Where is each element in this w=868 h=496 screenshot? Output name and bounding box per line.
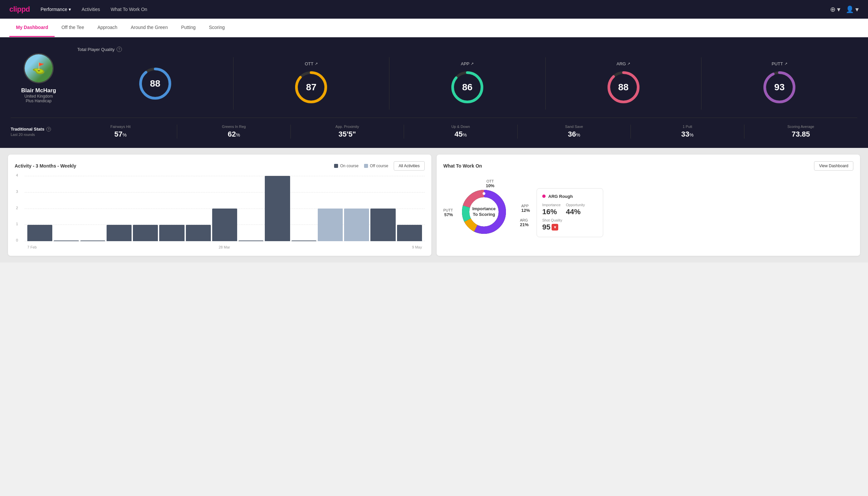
work-on-card-header: What To Work On View Dashboard	[443, 161, 853, 171]
putt-label: PUTT ↗	[772, 61, 787, 66]
putt-label: PUTT 57%	[443, 208, 453, 217]
tab-approach[interactable]: Approach	[91, 19, 124, 37]
putt-circle: 93	[761, 69, 798, 106]
bar-1	[27, 225, 52, 241]
app-circle: 86	[449, 69, 486, 106]
view-dashboard-button[interactable]: View Dashboard	[814, 161, 853, 171]
metric-opportunity: Opportunity 44%	[566, 203, 585, 216]
x-label-mar: 28 Mar	[219, 245, 230, 249]
work-on-title: What To Work On	[443, 163, 482, 169]
legend-on-course: On course	[334, 164, 358, 168]
tpq-label: Total Player Quality ?	[77, 47, 857, 52]
x-labels: 7 Feb 28 Mar 9 May	[25, 245, 425, 249]
metric-importance: Importance 16%	[542, 203, 561, 216]
player-info: ⛳ Blair McHarg United Kingdom Plus Handi…	[11, 53, 77, 103]
all-activities-button[interactable]: All Activities	[394, 161, 425, 171]
bar-12	[318, 208, 343, 241]
nav-performance[interactable]: Performance ▾	[41, 7, 71, 12]
bar-15	[397, 225, 422, 241]
score-cards: 88 OTT ↗ 87	[77, 57, 857, 110]
bar-11	[291, 241, 316, 241]
activity-card-title: Activity - 3 Months - Weekly	[15, 163, 76, 169]
bar-2	[53, 241, 79, 241]
tpq-value: 88	[150, 78, 160, 89]
activity-card-header: Activity - 3 Months - Weekly On course O…	[15, 161, 425, 171]
traditional-stats: Traditional Stats ? Last 20 rounds Fairw…	[11, 118, 857, 139]
chevron-down-icon: ▾	[68, 7, 71, 12]
plus-icon: ⊕	[830, 5, 836, 13]
down-badge: ▼	[552, 224, 558, 231]
bar-5	[133, 225, 158, 241]
trend-up-icon: ↗	[471, 62, 474, 66]
stat-1-putt: 1 Putt 33%	[631, 125, 744, 139]
stat-scoring-average: Scoring Average 73.85	[744, 125, 857, 139]
putt-value: 93	[774, 82, 785, 93]
stat-app-proximity: App. Proximity 35'5"	[291, 125, 404, 139]
bar-14	[370, 208, 395, 241]
nav-what-to-work-on[interactable]: What To Work On	[111, 7, 147, 12]
activity-card: Activity - 3 Months - Weekly On course O…	[8, 155, 431, 256]
bar-13	[344, 208, 369, 241]
donut-wrapper: PUTT 57% OTT 10% APP 12% ARG	[443, 176, 530, 249]
tab-off-the-tee[interactable]: Off the Tee	[54, 19, 91, 37]
info-panel: ARG Rough Importance 16% Opportunity 44%…	[537, 188, 603, 237]
tab-navigation: My Dashboard Off the Tee Approach Around…	[0, 19, 868, 37]
bar-6	[159, 225, 184, 241]
donut-chart-area: PUTT 57% OTT 10% APP 12% ARG	[443, 176, 530, 249]
player-handicap: Plus Handicap	[26, 98, 51, 103]
bar-9	[238, 241, 264, 241]
activity-legend: On course Off course	[334, 164, 388, 168]
scores-section: Total Player Quality ? 88	[77, 47, 857, 110]
player-name: Blair McHarg	[21, 87, 56, 94]
nav-right-group: ⊕ ▾ 👤 ▾	[830, 5, 859, 13]
help-icon[interactable]: ?	[116, 47, 122, 52]
arg-value: 88	[618, 82, 629, 93]
ott-circle: 87	[293, 69, 329, 106]
bar-4	[107, 225, 131, 241]
info-panel-header: ARG Rough	[542, 194, 598, 199]
trad-label-text: Traditional Stats ?	[11, 127, 64, 131]
tab-putting[interactable]: Putting	[175, 19, 203, 37]
tab-scoring[interactable]: Scoring	[202, 19, 231, 37]
stat-fairways-hit: Fairways Hit 57%	[64, 125, 177, 139]
score-card-arg: ARG ↗ 88	[546, 57, 702, 110]
arg-circle: 88	[605, 69, 642, 106]
trend-up-icon: ↗	[784, 62, 787, 66]
app-label: APP ↗	[461, 61, 474, 66]
add-button[interactable]: ⊕ ▾	[830, 5, 840, 13]
app-logo[interactable]: clippd	[9, 5, 30, 14]
score-card-app: APP ↗ 86	[389, 57, 546, 110]
user-menu-button[interactable]: 👤 ▾	[846, 5, 859, 13]
stat-sand-save: Sand Save 36%	[518, 125, 631, 139]
score-card-ott: OTT ↗ 87	[234, 57, 390, 110]
bar-chart: 4 3 2 1 0	[15, 176, 425, 249]
x-label-feb: 7 Feb	[27, 245, 37, 249]
player-country: United Kingdom	[24, 94, 53, 98]
ott-value: 87	[306, 82, 316, 93]
on-course-dot	[334, 164, 338, 168]
score-card-putt: PUTT ↗ 93	[701, 57, 857, 110]
nav-left-group: clippd Performance ▾ Activities What To …	[9, 5, 147, 14]
help-icon[interactable]: ?	[46, 127, 51, 131]
nav-activities[interactable]: Activities	[82, 7, 100, 12]
scores-row: ⛳ Blair McHarg United Kingdom Plus Handi…	[11, 47, 857, 110]
off-course-dot	[364, 164, 368, 168]
trad-sub: Last 20 rounds	[11, 133, 64, 137]
avatar: ⛳	[23, 53, 53, 83]
bar-10	[265, 176, 290, 241]
bar-7	[186, 225, 211, 241]
tab-my-dashboard[interactable]: My Dashboard	[9, 19, 54, 37]
arg-label: ARG ↗	[617, 61, 630, 66]
tab-around-the-green[interactable]: Around the Green	[124, 19, 174, 37]
score-card-tpq: 88	[77, 57, 234, 110]
arg-donut-label: ARG 21%	[520, 218, 528, 227]
trend-up-icon: ↗	[627, 62, 630, 66]
trend-up-icon: ↗	[315, 62, 318, 66]
info-panel-title: ARG Rough	[548, 194, 573, 199]
bars-container	[25, 176, 425, 241]
hero-section: ⛳ Blair McHarg United Kingdom Plus Handi…	[0, 37, 868, 148]
user-icon: 👤	[846, 5, 854, 13]
nav-links: Performance ▾ Activities What To Work On	[41, 7, 147, 12]
top-navigation: clippd Performance ▾ Activities What To …	[0, 0, 868, 19]
info-panel-dot	[542, 195, 546, 198]
